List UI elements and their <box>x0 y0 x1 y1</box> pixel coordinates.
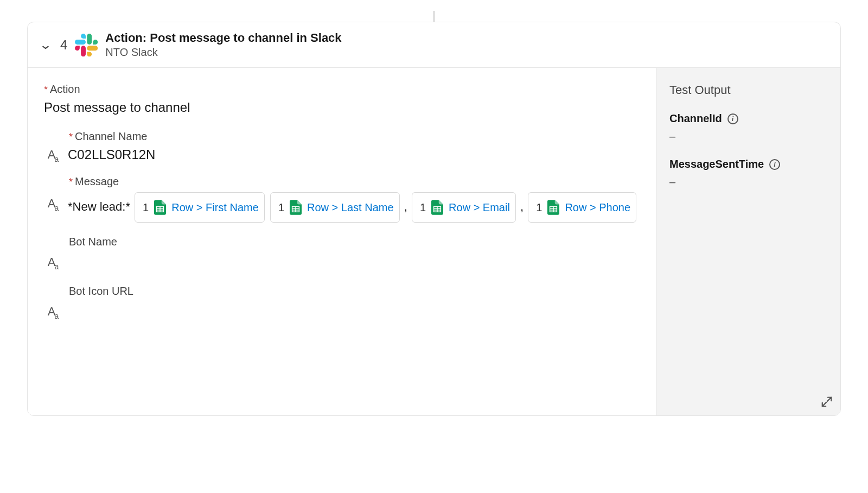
pill-step-number: 1 <box>536 195 542 220</box>
google-sheets-icon <box>431 200 443 215</box>
pill-label: Row > Last Name <box>307 195 394 220</box>
expand-icon[interactable] <box>821 396 833 408</box>
text-type-icon: Aa <box>44 256 61 268</box>
variable-pill-phone[interactable]: 1 Row > Phone <box>528 192 636 223</box>
message-separator: , <box>520 200 524 213</box>
text-type-icon: Aa <box>44 192 61 210</box>
bot-icon-url-input[interactable] <box>68 302 640 321</box>
pill-step-number: 1 <box>143 195 149 220</box>
message-label: Message <box>69 175 640 188</box>
output-field-value: – <box>669 176 827 188</box>
pill-step-number: 1 <box>420 195 426 220</box>
bot-name-input[interactable] <box>68 252 640 272</box>
test-output-title: Test Output <box>669 83 827 97</box>
flow-connector <box>433 11 435 22</box>
info-icon[interactable]: i <box>769 159 780 170</box>
card-header: ⌄ 4 Action: Post message to channel in S… <box>28 22 840 68</box>
test-output-panel: Test Output ChannelId i – MessageSentTim… <box>656 68 840 415</box>
message-input[interactable]: *New lead:* 1 Row > First Name 1 Row > L… <box>68 192 640 223</box>
action-label: Action <box>44 83 640 96</box>
action-title: Action: Post message to channel in Slack <box>105 31 341 45</box>
text-type-icon: Aa <box>44 306 61 318</box>
channel-name-input[interactable]: C02LLS0R12N <box>68 147 640 162</box>
channel-name-label: Channel Name <box>69 130 640 143</box>
step-number: 4 <box>60 37 67 53</box>
output-field-value: – <box>669 130 827 143</box>
message-text-prefix: *New lead:* <box>68 200 130 213</box>
form-area: Action Post message to channel Channel N… <box>28 68 656 415</box>
info-icon[interactable]: i <box>727 113 738 124</box>
output-field-label: MessageSentTime <box>669 158 764 170</box>
variable-pill-first-name[interactable]: 1 Row > First Name <box>135 192 265 223</box>
variable-pill-email[interactable]: 1 Row > Email <box>412 192 516 223</box>
google-sheets-icon <box>154 200 166 215</box>
pill-label: Row > First Name <box>171 195 259 220</box>
google-sheets-icon <box>547 200 559 215</box>
output-field-label: ChannelId <box>669 112 722 125</box>
bot-icon-url-label: Bot Icon URL <box>69 285 640 298</box>
action-subtitle: NTO Slack <box>105 46 341 59</box>
bot-name-label: Bot Name <box>69 236 640 248</box>
pill-label: Row > Email <box>449 195 510 220</box>
chevron-down-icon[interactable]: ⌄ <box>39 39 52 51</box>
google-sheets-icon <box>290 200 302 215</box>
action-card: ⌄ 4 Action: Post message to channel in S… <box>27 22 841 416</box>
pill-label: Row > Phone <box>565 195 630 220</box>
slack-icon <box>75 34 98 56</box>
text-type-icon: Aa <box>44 149 61 161</box>
variable-pill-last-name[interactable]: 1 Row > Last Name <box>270 192 400 223</box>
action-value: Post message to channel <box>44 100 640 115</box>
pill-step-number: 1 <box>278 195 284 220</box>
message-separator: , <box>404 200 407 213</box>
